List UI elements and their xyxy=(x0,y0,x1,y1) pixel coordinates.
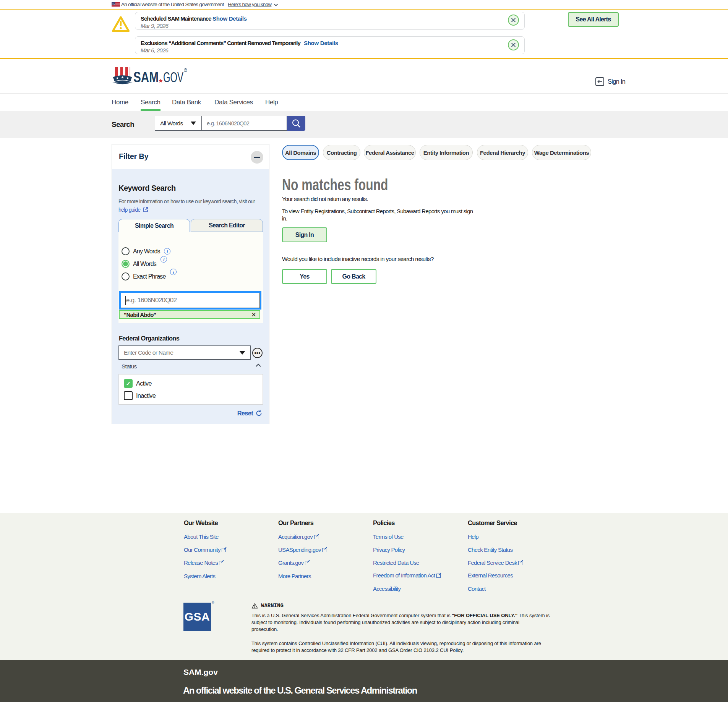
svg-text:SAM: SAM xyxy=(133,69,159,85)
svg-text:GOV: GOV xyxy=(163,70,183,85)
svg-text:R: R xyxy=(185,69,186,71)
